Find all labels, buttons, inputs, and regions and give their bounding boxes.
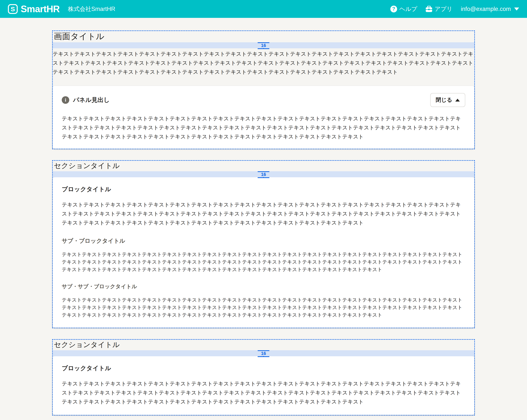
help-label: ヘルプ <box>399 5 417 13</box>
spacing-guide-bar: 16 <box>53 42 474 48</box>
sub-block-paragraph: テキストテキストテキストテキストテキストテキストテキストテキストテキストテキスト… <box>62 251 465 273</box>
section-title: セクションタイトル <box>54 340 474 349</box>
brand-logo[interactable]: S SmartHR <box>8 4 60 14</box>
spacing-measure-icon: 16 <box>255 171 272 178</box>
page-title: 画面タイトル <box>54 32 474 41</box>
account-menu[interactable]: info@example.com <box>461 6 519 12</box>
briefcase-icon <box>426 6 432 12</box>
content-section-outline: セクションタイトル 16 ブロックタイトル テキストテキストテキストテキストテキ… <box>52 160 475 328</box>
block-title: ブロックタイトル <box>62 365 465 372</box>
block-paragraph: テキストテキストテキストテキストテキストテキストテキストテキストテキストテキスト… <box>62 379 465 406</box>
question-circle-icon: ? <box>390 6 397 12</box>
spacing-value: 16 <box>261 172 267 177</box>
header-menu: ? ヘルプ アプリ info@example.com <box>390 5 519 13</box>
content-card: ブロックタイトル テキストテキストテキストテキストテキストテキストテキストテキス… <box>53 177 474 328</box>
section-title: セクションタイトル <box>54 161 474 170</box>
content-card: ブロックタイトル テキストテキストテキストテキストテキストテキストテキストテキス… <box>53 356 474 415</box>
spacing-measure-icon: 16 <box>255 350 272 357</box>
apps-link[interactable]: アプリ <box>426 5 452 13</box>
sub-sub-block-title: サブ・サブ・ブロックタイトル <box>62 283 465 290</box>
info-icon: i <box>62 96 69 104</box>
block-paragraph: テキストテキストテキストテキストテキストテキストテキストテキストテキストテキスト… <box>62 200 465 227</box>
caret-down-icon <box>514 8 519 10</box>
panel-heading: パネル見出し <box>73 96 110 104</box>
close-panel-button[interactable]: 閉じる <box>430 93 465 107</box>
spacing-guide-bar: 16 <box>53 171 474 177</box>
close-button-label: 閉じる <box>436 96 452 104</box>
company-name: 株式会社SmartHR <box>68 5 115 13</box>
app-header: S SmartHR 株式会社SmartHR ? ヘルプ アプリ info@exa… <box>0 0 527 18</box>
spacing-measure-icon: 16 <box>255 42 272 49</box>
info-panel: i パネル見出し 閉じる テキストテキストテキストテキストテキストテキストテキス… <box>53 86 474 149</box>
caret-up-icon <box>455 99 460 102</box>
lead-paragraph: テキストテキストテキストテキストテキストテキストテキストテキストテキストテキスト… <box>53 49 474 76</box>
logo-wordmark: SmartHR <box>21 4 60 14</box>
content-section-outline-2: セクションタイトル 16 ブロックタイトル テキストテキストテキストテキストテキ… <box>52 339 475 416</box>
help-link[interactable]: ? ヘルプ <box>390 5 417 13</box>
main-content: 画面タイトル 16 テキストテキストテキストテキストテキストテキストテキストテキ… <box>52 31 475 416</box>
panel-body-text: テキストテキストテキストテキストテキストテキストテキストテキストテキストテキスト… <box>62 114 465 141</box>
spacing-value: 16 <box>261 43 267 48</box>
block-title: ブロックタイトル <box>62 186 465 193</box>
sub-block-title: サブ・ブロックタイトル <box>62 237 465 244</box>
panel-header: i パネル見出し 閉じる <box>62 93 465 107</box>
sub-sub-block-paragraph: テキストテキストテキストテキストテキストテキストテキストテキストテキストテキスト… <box>62 296 465 319</box>
apps-label: アプリ <box>435 5 452 13</box>
spacing-guide-bar: 16 <box>53 350 474 356</box>
screen-section-outline: 画面タイトル 16 テキストテキストテキストテキストテキストテキストテキストテキ… <box>52 31 475 149</box>
account-email: info@example.com <box>461 6 511 12</box>
spacing-value: 16 <box>261 351 267 356</box>
smarthr-logo-icon: S <box>8 4 18 14</box>
